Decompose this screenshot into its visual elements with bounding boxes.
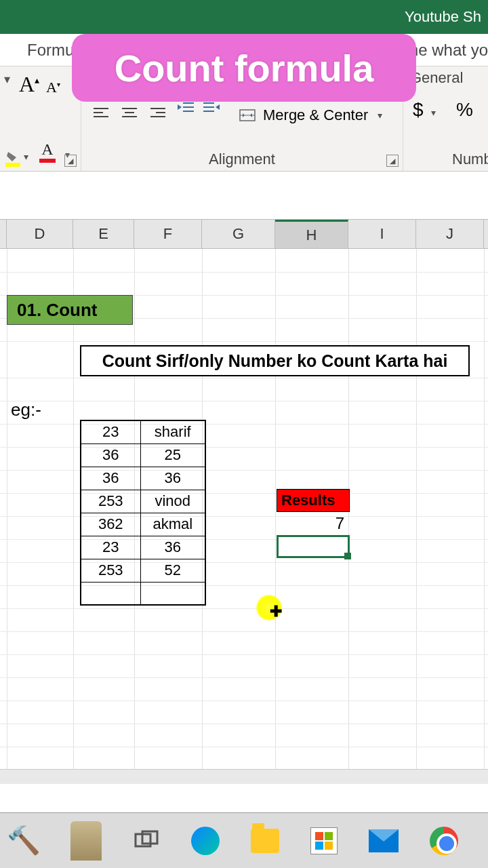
table-cell[interactable]: sharif — [140, 420, 205, 443]
font-size-dropdown-icon[interactable]: ▾ — [4, 72, 10, 87]
table-row[interactable]: 3636 — [81, 467, 205, 490]
section-heading: 01. Count — [7, 295, 133, 325]
tab-formulas[interactable]: Formu — [27, 41, 74, 60]
mail-icon[interactable] — [369, 825, 399, 856]
table-row[interactable]: 23sharif — [81, 420, 205, 443]
taskbar-app-icon-1[interactable]: 🔨 — [8, 825, 39, 856]
table-cell[interactable]: 25 — [140, 443, 205, 467]
column-header-i[interactable]: I — [348, 220, 416, 248]
cell-cursor-icon: ✚ — [270, 603, 282, 620]
status-bar-area — [0, 784, 488, 811]
results-value-cell[interactable]: 7 — [277, 512, 350, 535]
table-cell[interactable]: 253 — [81, 490, 140, 513]
selected-cell[interactable] — [277, 535, 350, 558]
chevron-down-icon: ▾ — [375, 110, 382, 121]
video-overlay-banner: Count formula — [72, 34, 416, 102]
table-cell[interactable]: 36 — [140, 467, 205, 490]
spreadsheet-grid[interactable]: 01. Count Count Sirf/only Number ko Coun… — [0, 249, 488, 771]
bucket-icon — [5, 151, 19, 163]
number-group-label: Numb — [452, 151, 488, 168]
ribbon-font-group: ▾ A▴ A▾ ▾ A ▾ ◢ — [0, 66, 81, 171]
decrease-indent-icon[interactable] — [176, 100, 195, 119]
titlebar-text: Youtube Sh — [405, 8, 481, 26]
font-color-swatch — [39, 159, 56, 163]
table-row[interactable]: 3625 — [81, 443, 205, 467]
svg-marker-27 — [216, 104, 220, 110]
number-format-dropdown[interactable]: General — [410, 69, 463, 87]
merge-center-button[interactable]: Merge & Center ▾ — [239, 100, 382, 130]
table-cell[interactable]: 36 — [140, 536, 205, 559]
table-row[interactable]: 253vinod — [81, 490, 205, 513]
table-cell[interactable]: 23 — [81, 536, 140, 559]
column-header-f[interactable]: F — [134, 220, 202, 248]
column-header-d[interactable]: D — [7, 220, 73, 248]
description-text: Count Sirf/only Number ko Count Karta ha… — [80, 345, 470, 376]
taskbar: 🔨 — [0, 812, 488, 868]
fill-color-swatch — [5, 163, 20, 167]
merge-center-label: Merge & Center — [263, 106, 368, 124]
font-group-launcher[interactable]: ◢ — [64, 155, 77, 167]
titlebar: Youtube Sh — [0, 0, 488, 34]
font-color-a: A — [41, 140, 53, 159]
table-cell[interactable]: 36 — [81, 467, 140, 490]
table-cell[interactable]: 52 — [140, 559, 205, 582]
table-cell[interactable]: 23 — [81, 420, 140, 443]
table-cell[interactable] — [140, 582, 205, 605]
chevron-down-icon: ▾ — [21, 151, 28, 162]
edge-browser-icon[interactable] — [191, 825, 220, 856]
table-cell[interactable]: akmal — [140, 513, 205, 536]
svg-marker-33 — [243, 113, 245, 117]
microsoft-store-icon[interactable] — [310, 825, 338, 856]
table-cell[interactable]: 253 — [81, 559, 140, 582]
taskbar-app-icon-2[interactable] — [70, 825, 102, 856]
currency-button[interactable]: $ ▾ — [413, 99, 436, 121]
increase-indent-icon[interactable] — [202, 100, 221, 119]
task-view-icon[interactable] — [133, 825, 160, 856]
alignment-group-launcher[interactable]: ◢ — [386, 155, 399, 167]
table-cell[interactable]: 36 — [81, 443, 140, 467]
file-explorer-icon[interactable] — [251, 825, 279, 856]
table-cell[interactable] — [81, 582, 140, 605]
align-center-icon[interactable] — [115, 98, 144, 127]
chevron-down-icon: ▾ — [428, 107, 436, 118]
svg-marker-0 — [7, 152, 16, 161]
increase-font-icon[interactable]: A▴ — [19, 72, 39, 97]
column-header-e[interactable]: E — [73, 220, 134, 248]
column-header-j[interactable]: J — [416, 220, 484, 248]
align-right-icon[interactable] — [144, 98, 172, 127]
decrease-font-icon[interactable]: A▾ — [46, 72, 60, 97]
table-row[interactable]: 25352 — [81, 559, 205, 582]
results-header: Results — [277, 489, 350, 512]
align-left-icon[interactable] — [87, 98, 115, 127]
fill-handle[interactable] — [344, 553, 351, 559]
formula-bar-area — [0, 172, 488, 219]
cursor-highlight: ✚ — [256, 595, 282, 620]
percent-button[interactable]: % — [456, 99, 473, 121]
example-data-table[interactable]: 23sharif36253636253vinod362akmal23362535… — [80, 420, 206, 606]
table-row[interactable]: 2336 — [81, 536, 205, 559]
example-label: eg:- — [11, 399, 41, 420]
table-cell[interactable]: vinod — [140, 490, 205, 513]
svg-marker-34 — [250, 113, 252, 117]
table-row[interactable] — [81, 582, 205, 605]
alignment-group-label: Alignment — [81, 151, 403, 168]
column-headers: D E F G H I J — [0, 219, 488, 249]
chrome-icon[interactable] — [430, 825, 458, 856]
font-color-button[interactable]: A — [39, 140, 56, 163]
table-row[interactable]: 362akmal — [81, 513, 205, 536]
fill-color-button[interactable]: ▾ — [5, 151, 28, 163]
table-cell[interactable]: 362 — [81, 513, 140, 536]
merge-icon — [239, 107, 256, 123]
horizontal-scrollbar[interactable] — [0, 769, 488, 784]
column-header-h[interactable]: H — [275, 220, 348, 248]
svg-marker-23 — [178, 104, 182, 110]
column-header-g[interactable]: G — [202, 220, 275, 248]
